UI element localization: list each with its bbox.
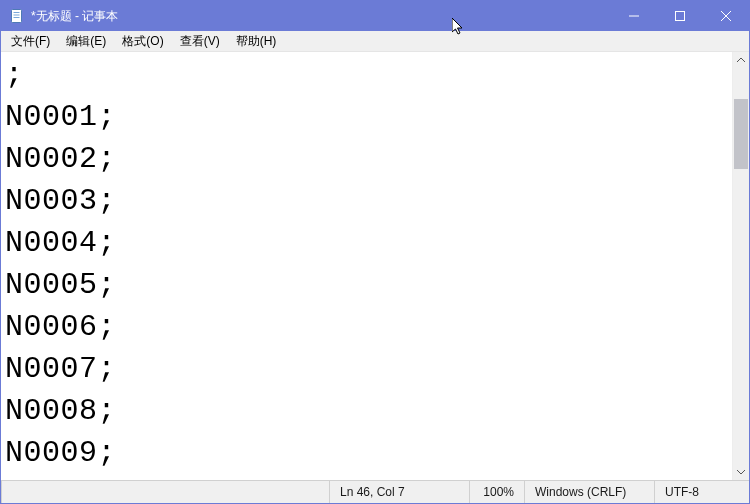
window-title: *无标题 - 记事本 <box>31 8 118 25</box>
minimize-icon <box>629 11 639 21</box>
menu-file[interactable]: 文件(F) <box>3 31 58 52</box>
close-icon <box>721 11 731 21</box>
text-editor[interactable]: ; N0001; N0002; N0003; N0004; N0005; N00… <box>1 52 732 480</box>
status-eol: Windows (CRLF) <box>524 481 654 503</box>
scrollbar-thumb[interactable] <box>734 99 748 169</box>
menu-format[interactable]: 格式(O) <box>114 31 171 52</box>
maximize-button[interactable] <box>657 1 703 31</box>
editor-area: ; N0001; N0002; N0003; N0004; N0005; N00… <box>1 52 749 480</box>
scrollbar-track[interactable] <box>733 69 749 463</box>
statusbar: Ln 46, Col 7 100% Windows (CRLF) UTF-8 <box>1 480 749 503</box>
notepad-window: *无标题 - 记事本 文件(F) 编辑(E) 格式(O) 查看(V) 帮助(H)… <box>0 0 750 504</box>
chevron-up-icon[interactable] <box>733 52 749 69</box>
menu-edit[interactable]: 编辑(E) <box>58 31 114 52</box>
status-zoom: 100% <box>469 481 524 503</box>
chevron-down-icon[interactable] <box>733 463 749 480</box>
svg-rect-5 <box>676 12 685 21</box>
status-line-col: Ln 46, Col 7 <box>329 481 469 503</box>
status-spacer <box>1 481 329 503</box>
close-button[interactable] <box>703 1 749 31</box>
vertical-scrollbar[interactable] <box>732 52 749 480</box>
menu-view[interactable]: 查看(V) <box>172 31 228 52</box>
menubar: 文件(F) 编辑(E) 格式(O) 查看(V) 帮助(H) <box>1 31 749 52</box>
status-encoding: UTF-8 <box>654 481 749 503</box>
titlebar[interactable]: *无标题 - 记事本 <box>1 1 749 31</box>
menu-help[interactable]: 帮助(H) <box>228 31 285 52</box>
notepad-icon <box>9 8 25 24</box>
minimize-button[interactable] <box>611 1 657 31</box>
svg-rect-0 <box>12 10 22 23</box>
maximize-icon <box>675 11 685 21</box>
